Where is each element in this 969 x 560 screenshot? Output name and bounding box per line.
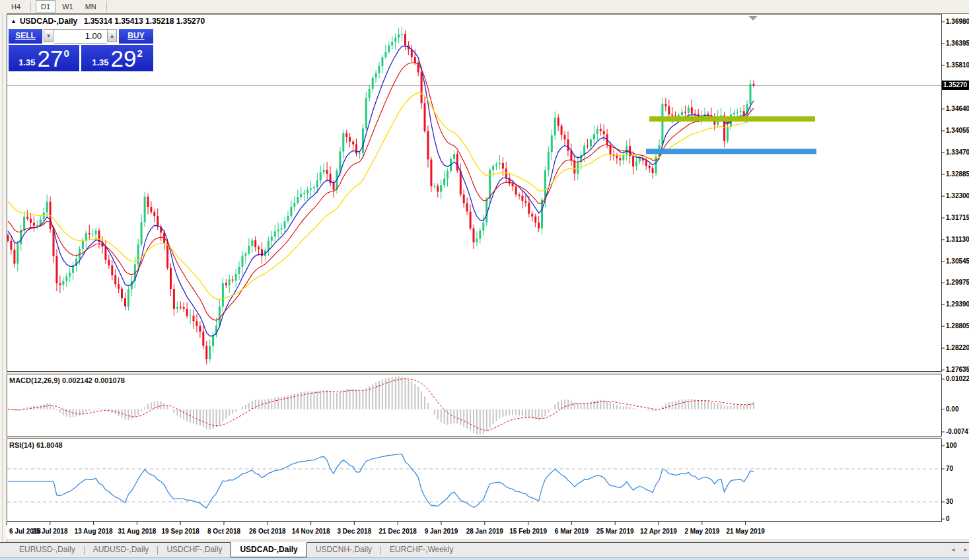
date-tick-label: 13 Aug 2018 (70, 528, 118, 535)
price-tick-label: 1.27635 (946, 366, 969, 373)
scroll-right-button[interactable]: ► (962, 546, 969, 554)
slow-ma-line (8, 92, 754, 299)
buy-price-box[interactable]: 1.35 29 2 (81, 45, 153, 71)
date-tick-label: 14 Nov 2018 (287, 528, 335, 535)
volume-input[interactable]: 1.00 (54, 29, 107, 44)
volume-decrease-button[interactable]: ▼ (44, 29, 54, 42)
sell-price-big: 27 (38, 46, 63, 71)
date-tick-label: 8 Oct 2018 (200, 528, 248, 535)
sell-price-base: 1.35 (18, 57, 35, 67)
macd-layer (8, 376, 754, 435)
date-tick-label: 26 Oct 2018 (244, 528, 291, 535)
price-tick-label: 1.36395 (946, 40, 969, 47)
date-tick-label: 12 Apr 2019 (635, 528, 682, 535)
date-tick-label: 25 Jul 2018 (26, 528, 74, 535)
rsi-tick-label: 70 (946, 465, 969, 472)
macd-signal-line (8, 379, 754, 431)
rsi-tick-label: 100 (946, 442, 969, 449)
chart-shift-marker-icon[interactable] (748, 16, 758, 20)
price-tick-label: 1.30545 (946, 258, 969, 265)
date-tick-label: 6 Mar 2019 (548, 528, 595, 535)
axis-tick-marks (7, 22, 945, 525)
rsi-tick-label: 30 (946, 498, 969, 505)
buy-button[interactable]: BUY (119, 29, 153, 44)
volume-increase-button[interactable]: ▲ (107, 29, 117, 42)
scroll-left-button[interactable]: ◄ (949, 546, 957, 554)
candlestick-series (7, 34, 755, 359)
price-tick-label: 1.29975 (946, 279, 969, 286)
sell-price-sup: 0 (63, 48, 69, 59)
resistance-band[interactable] (649, 116, 815, 122)
chart-title: ▲USDCAD-,Daily 1.35314 1.35413 1.35218 1… (11, 17, 205, 26)
rsi-indicator-label: RSI(14) 61.8048 (9, 441, 63, 449)
sell-button[interactable]: SELL (9, 29, 42, 44)
price-tick-label: 1.31130 (946, 236, 969, 243)
medium-ma-line (8, 63, 754, 320)
chart-ohlc-values: 1.35314 1.35413 1.35218 1.35270 (84, 17, 205, 26)
chart-canvas[interactable] (0, 0, 969, 560)
date-tick-label: 19 Sep 2018 (157, 528, 204, 535)
bull-candle-wicks (18, 26, 750, 362)
price-tick-label: 1.32885 (946, 170, 969, 178)
date-tick-label: 28 Jan 2019 (461, 528, 509, 535)
support-band[interactable] (646, 149, 816, 154)
rsi-line (8, 454, 754, 508)
date-tick-label: 2 May 2019 (678, 528, 726, 535)
date-tick-label: 15 Feb 2019 (505, 528, 552, 535)
price-tick-label: 1.36980 (946, 18, 969, 25)
price-tick-label: 1.28805 (946, 322, 969, 330)
one-click-trading-widget: SELL ▼ 1.00 ▲ BUY 1.35 27 0 1.35 29 2 (9, 29, 153, 71)
price-tick-label: 1.34055 (946, 127, 969, 134)
price-tick-label: 1.28220 (946, 344, 969, 351)
date-tick-label: 21 May 2019 (722, 528, 770, 535)
price-tick-label: 1.33470 (946, 149, 969, 156)
bear-candle-wicks (8, 30, 754, 365)
price-tick-label: 1.35810 (946, 61, 969, 69)
macd-indicator-label: MACD(12,26,9) 0.002142 0.001078 (9, 376, 125, 384)
current-price-badge: 1.35270 (942, 81, 969, 90)
sell-price-box[interactable]: 1.35 27 0 (9, 45, 79, 71)
fast-ma-line (8, 46, 754, 336)
date-tick-label: 31 Aug 2018 (113, 528, 161, 535)
date-tick-label: 21 Dec 2018 (374, 528, 421, 535)
date-tick-label: 3 Dec 2018 (330, 528, 378, 535)
price-tick-label: 1.34640 (946, 105, 969, 112)
macd-tick-label: -0.007477 (946, 428, 969, 435)
date-tick-label: 9 Jan 2019 (417, 528, 465, 535)
price-tick-label: 1.32300 (946, 192, 969, 199)
main-chart-layer (7, 26, 942, 364)
macd-tick-label: 0.00 (946, 405, 969, 413)
buy-price-base: 1.35 (92, 57, 108, 67)
rsi-layer (7, 454, 941, 508)
mt4-terminal: H4D1W1MN ▲USDCAD-,Daily 1.35314 1.35413 … (0, 0, 969, 560)
chart-symbol-label: USDCAD-,Daily (20, 17, 77, 26)
buy-price-big: 29 (111, 46, 137, 71)
rsi-tick-label: 0 (946, 515, 969, 522)
collapse-triangle-icon[interactable]: ▲ (11, 18, 17, 24)
buy-price-sup: 2 (137, 48, 142, 59)
macd-tick-label: 0.010229 (946, 375, 969, 382)
price-tick-label: 1.29390 (946, 300, 969, 308)
price-tick-label: 1.31715 (946, 214, 969, 221)
date-tick-label: 25 Mar 2019 (591, 528, 639, 535)
